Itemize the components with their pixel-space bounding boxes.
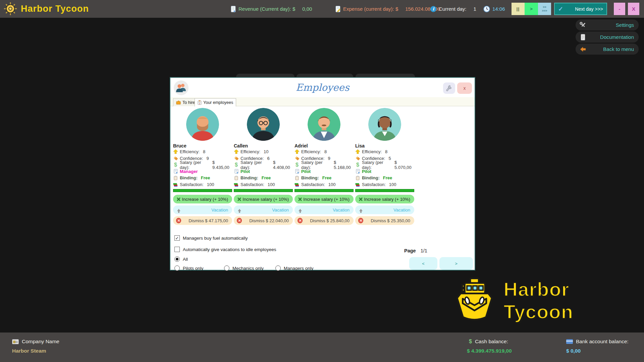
increase-salary-button[interactable]: Increase salary (+ 10%) [234, 195, 293, 203]
settings-label: Settings [616, 22, 634, 28]
employee-name: Lisa [355, 143, 414, 148]
company-name: Harbor Steam [12, 348, 46, 354]
avatar [308, 108, 340, 141]
document-icon [580, 34, 586, 41]
play-button[interactable]: > [525, 3, 538, 15]
time-value: 14:06 [492, 6, 505, 12]
increase-salary-button[interactable]: Increase salary (+ 10%) [294, 195, 354, 203]
dismiss-button[interactable]: Dismiss $ 25.350,00 [355, 216, 414, 225]
pause-button[interactable]: || [512, 3, 525, 15]
company-label-row: Company Name [12, 339, 59, 345]
radio-filter-pilots[interactable]: Pilots only [174, 265, 204, 271]
vacation-button[interactable]: Vacation [355, 205, 414, 214]
satisfaction-bar [355, 189, 414, 192]
salary-value: $ 4.408,00 [273, 160, 293, 170]
documentation-button[interactable]: Documentation [576, 32, 639, 43]
minimize-window-button[interactable]: - [614, 3, 625, 15]
ship-logo-icon [455, 277, 494, 324]
satisfaction-value: 100 [389, 182, 396, 187]
bank-label: Bank account balance: [576, 339, 629, 345]
tab-your-employees-label: Your employees [203, 100, 233, 105]
vacation-button[interactable]: Vacation [294, 205, 354, 214]
vacation-button[interactable]: Vacation [173, 205, 232, 214]
efficiency-icon [173, 149, 178, 154]
role-icon [173, 169, 178, 174]
info-icon[interactable]: i [430, 6, 436, 12]
salary-value: $ 9.435,00 [212, 160, 232, 170]
salary-icon: $ [234, 163, 239, 167]
confidence-icon [234, 156, 239, 161]
binding-value: Free [383, 175, 392, 180]
employee-card: Callen Efficiency:10 Confidence:6 $Salar… [234, 108, 293, 225]
speed-controls: || > >> >>> [512, 3, 551, 15]
checkbox-icon[interactable] [174, 235, 180, 241]
satisfaction-icon [294, 182, 300, 187]
settings-button[interactable]: Settings [576, 19, 639, 31]
binding-value: Free [322, 175, 331, 180]
binding-icon [173, 176, 178, 180]
checkbox-managers-buy-fuel[interactable]: Managers buy fuel automatically [174, 235, 248, 241]
dismiss-button[interactable]: Dismiss $ 25.840,00 [294, 216, 354, 225]
increase-salary-button[interactable]: Increase salary (+ 10%) [173, 195, 232, 203]
salary-icon: $ [294, 163, 300, 167]
bank-value: $ 0,00 [566, 348, 581, 354]
wrench-button[interactable] [443, 82, 455, 94]
radio-filter-all[interactable]: All [174, 256, 188, 262]
dismiss-button[interactable]: Dismiss $ 47.175,00 [173, 216, 232, 225]
page-value: 1/1 [421, 248, 427, 253]
next-page-button[interactable]: > [439, 257, 473, 270]
radio-filter-mechanics[interactable]: Mechanics only [224, 265, 264, 271]
radio-filter-managers[interactable]: Managers only [275, 265, 314, 271]
revenue-doc-icon [231, 6, 236, 12]
confidence-icon [294, 156, 300, 161]
role-icon [294, 169, 300, 174]
company-label: Company Name [22, 339, 59, 345]
satisfaction-value: 100 [268, 182, 275, 187]
satisfaction-bar [294, 189, 354, 192]
binding-icon [234, 176, 239, 180]
increase-icon [358, 197, 363, 202]
back-to-menu-button[interactable]: Back to menu [576, 44, 639, 55]
current-day-indicator: i Current day: 1 [430, 0, 476, 18]
efficiency-value: 8 [203, 149, 205, 154]
salary-value: $ 5.070,00 [394, 160, 414, 170]
radio-icon[interactable] [275, 265, 281, 271]
revenue-label: Revenue (Current day): $ [238, 6, 295, 12]
expense-doc-icon [335, 6, 341, 12]
avatar [186, 108, 219, 141]
role-icon [355, 169, 360, 174]
ship-wheel-icon [3, 2, 17, 16]
salary-value: $ 5.168,00 [334, 160, 354, 170]
avatar [368, 108, 401, 141]
radio-icon[interactable] [174, 265, 180, 271]
cash-dollar-icon: $ [469, 339, 472, 345]
vacation-arrow-icon [298, 207, 303, 213]
increase-salary-button[interactable]: Increase salary (+ 10%) [355, 195, 414, 203]
dismiss-cost: $ 47.175,00 [205, 218, 228, 223]
radio-icon[interactable] [174, 256, 180, 262]
dialog-close-button[interactable]: x [457, 82, 472, 94]
fast-forward-button[interactable]: >> >>> [538, 3, 551, 15]
revenue-value: 0,00 [302, 6, 312, 12]
radio-icon[interactable] [224, 265, 229, 271]
bank-card-icon [566, 339, 573, 344]
employee-card: Adriel Efficiency:8 Confidence:9 $Salary… [294, 108, 354, 225]
satisfaction-icon [234, 182, 239, 187]
app-title: Harbor Tycoon [21, 4, 89, 14]
prev-page-button[interactable]: < [409, 257, 437, 270]
dismiss-icon [358, 218, 363, 223]
tab-your-employees[interactable]: Your employees [195, 98, 236, 107]
role-value: Manager [180, 169, 198, 174]
bank-label-row: Bank account balance: [566, 339, 629, 345]
checkbox-icon[interactable] [174, 247, 180, 252]
current-day-value: 1 [474, 6, 476, 12]
salary-icon: $ [173, 163, 178, 167]
next-day-button[interactable]: ✓ Next day >>> [554, 3, 607, 15]
checkbox-auto-vacations[interactable]: Automatically give vacations to idle emp… [174, 247, 276, 252]
tab-strip: To hire Your employees [170, 97, 475, 106]
close-window-button[interactable]: X [628, 3, 639, 15]
clock-indicator: 14:06 [483, 0, 505, 18]
binding-value: Free [262, 175, 271, 180]
vacation-button[interactable]: Vacation [234, 205, 293, 214]
dismiss-button[interactable]: Dismiss $ 22.040,00 [234, 216, 293, 225]
